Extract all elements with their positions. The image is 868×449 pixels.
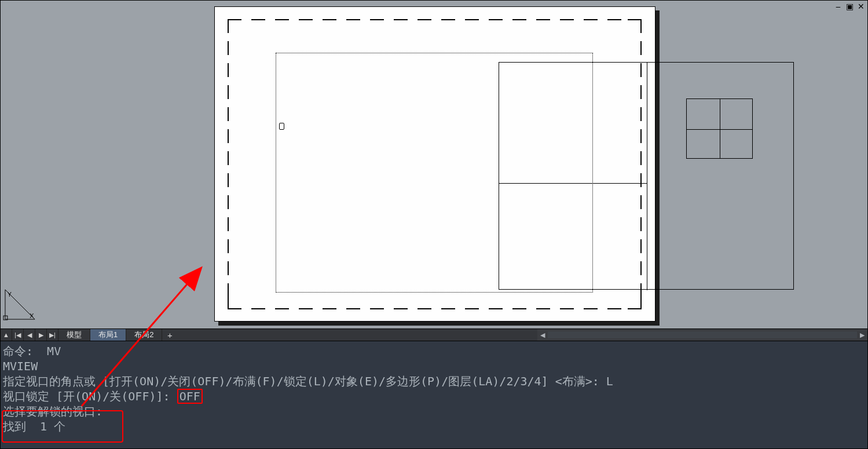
command-history-line: 选择要解锁的视口:: [3, 404, 865, 419]
minimize-button[interactable]: ‒: [834, 2, 842, 10]
command-history-line: 指定视口的角点或 [打开(ON)/关闭(OFF)/布满(F)/锁定(L)/对象(…: [3, 374, 865, 389]
hscroll-left[interactable]: ◀: [537, 331, 548, 339]
tab-nav-first[interactable]: |◀: [12, 329, 24, 341]
ucs-x-label: X: [30, 312, 34, 319]
tab-nav-last[interactable]: ▶|: [47, 329, 58, 341]
tab-nav-prev[interactable]: ◀: [24, 329, 35, 341]
command-history-line: 视口锁定 [开(ON)/关(OFF)]: OFF: [3, 389, 865, 404]
annotation-highlight-off: OFF: [177, 389, 203, 404]
restore-button[interactable]: ▣: [845, 2, 854, 10]
ucs-y-label: Y: [8, 291, 12, 298]
hscroll-track[interactable]: [548, 331, 857, 338]
tab-layout2[interactable]: 布局2: [126, 329, 162, 341]
command-line-area[interactable]: 命令: MV MVIEW 指定视口的角点或 [打开(ON)/关闭(OFF)/布满…: [1, 341, 867, 448]
viewport-frame[interactable]: [499, 62, 794, 290]
horizontal-scrollbar[interactable]: ◀ ▶: [537, 329, 867, 341]
drawing-canvas[interactable]: Y X ‒ ▣ ✕: [1, 1, 867, 328]
paper-sheet[interactable]: [214, 6, 655, 322]
command-history-line: MVIEW: [3, 359, 865, 374]
layout-tab-strip: ▲ |◀ ◀ ▶ ▶| 模型 布局1 布局2 + ◀ ▶: [1, 328, 867, 341]
command-history-line: 命令: MV: [3, 344, 865, 359]
viewport-divider-vertical: [647, 63, 647, 290]
viewport-subgrid: [686, 98, 753, 159]
viewport-divider-horizontal: [499, 183, 647, 184]
close-button[interactable]: ✕: [857, 2, 865, 10]
tab-menu-button[interactable]: ▲: [1, 329, 12, 341]
ucs-icon: Y X: [3, 287, 37, 322]
tab-nav-next[interactable]: ▶: [35, 329, 47, 341]
viewport-grip-handle[interactable]: [279, 123, 284, 130]
tab-layout1[interactable]: 布局1: [90, 329, 126, 341]
hscroll-right[interactable]: ▶: [857, 331, 867, 339]
tab-add[interactable]: +: [162, 329, 177, 341]
command-history-line: 找到 1 个: [3, 419, 865, 434]
tab-model[interactable]: 模型: [58, 329, 90, 341]
window-controls: ‒ ▣ ✕: [834, 2, 865, 10]
